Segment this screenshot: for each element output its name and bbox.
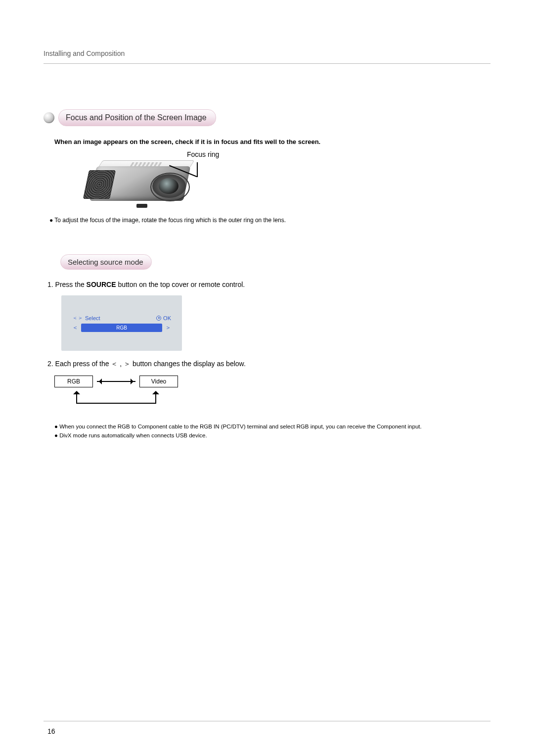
projector-figure: Focus ring	[78, 150, 490, 208]
ok-dot-icon	[156, 316, 161, 321]
bullet-sphere-icon	[44, 112, 54, 123]
projector-illustration	[78, 159, 202, 208]
section-heading-source: Selecting source mode	[60, 254, 490, 270]
rule-top	[44, 63, 490, 64]
note-line: ● DivX mode runs automatically when conn…	[54, 431, 490, 440]
osd-left-icon: ＜	[72, 324, 78, 332]
double-arrow-icon	[97, 381, 135, 382]
focus-bullet: ● To adjust the focus of the image, rota…	[49, 217, 490, 224]
footnotes: ● When you connect the RGB to Component …	[54, 422, 490, 440]
running-head: Installing and Composition	[44, 49, 490, 63]
osd-panel: ＜＞ Select OK ＜ RGB ＞	[61, 295, 182, 351]
cycle-box-video: Video	[139, 376, 178, 387]
rule-bottom	[44, 721, 490, 721]
osd-current-source: RGB	[81, 324, 162, 332]
osd-right-icon: ＞	[165, 324, 171, 332]
step-2: 2. Each press of the ＜ , ＞ button change…	[47, 360, 490, 369]
manual-page: Installing and Composition Focus and Pos…	[0, 0, 534, 756]
section-heading-focus: Focus and Position of the Screen Image	[44, 109, 490, 126]
intro-bold: When an image appears on the screen, che…	[54, 138, 490, 145]
heading-pill: Focus and Position of the Screen Image	[58, 109, 216, 126]
osd-select-hint: ＜＞ Select	[72, 314, 100, 322]
callout-line-icon	[197, 162, 198, 177]
osd-ok-hint: OK	[156, 314, 171, 322]
up-arrow-icon	[152, 387, 159, 394]
focus-ring-label: Focus ring	[187, 150, 490, 158]
source-cycle-diagram: RGB Video	[54, 376, 178, 410]
note-line: ● When you connect the RGB to Component …	[54, 422, 490, 431]
up-arrow-icon	[73, 387, 80, 394]
page-number: 16	[47, 727, 55, 735]
cycle-box-rgb: RGB	[54, 376, 93, 387]
heading-pill: Selecting source mode	[60, 254, 152, 270]
step-1: 1. Press the SOURCE button on the top co…	[47, 281, 490, 288]
